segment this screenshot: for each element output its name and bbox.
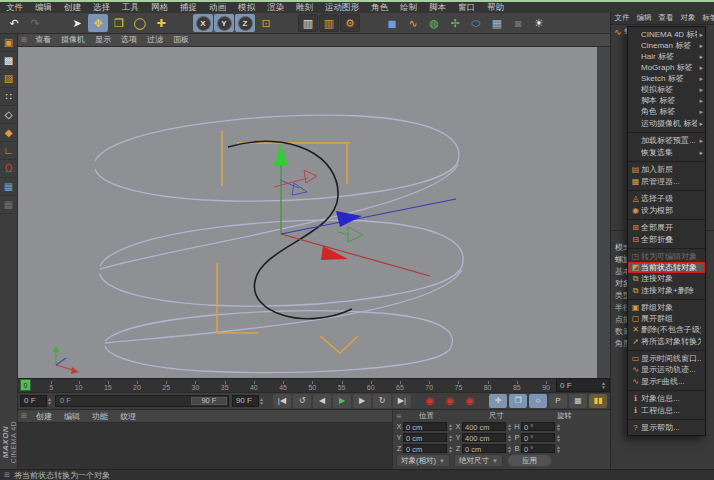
viewport-menu-item[interactable]: 显示 xyxy=(90,34,116,46)
autokey-button[interactable]: ◉ xyxy=(441,394,459,408)
context-menu-item[interactable]: MoGraph 标签 ▸ xyxy=(628,62,705,73)
size-field[interactable]: 400 cm xyxy=(462,433,506,442)
viewport-grid-icon[interactable]: ⊞ xyxy=(18,36,30,44)
context-menu-item[interactable]: ⧉ 连接对象+删除 xyxy=(628,284,705,300)
position-stepper[interactable]: ▲▼ xyxy=(447,445,454,453)
context-menu-item[interactable]: ⊞ 全部展开 xyxy=(628,222,705,233)
rotation-stepper[interactable]: ▲▼ xyxy=(555,434,562,442)
viewport-canvas[interactable] xyxy=(18,47,597,378)
context-menu-item[interactable]: ▢ 展开群组 xyxy=(628,313,705,324)
context-menu-item[interactable]: ✕ 删除(不包含子级) xyxy=(628,324,705,335)
menubar-item[interactable]: 编辑 xyxy=(29,2,58,13)
context-menu-item[interactable]: ⧉ 连接对象 xyxy=(628,273,705,284)
locked-workplane-button[interactable]: ▦ xyxy=(0,196,17,214)
prev-frame-button[interactable]: ◀ xyxy=(313,394,331,408)
add-camera-button[interactable]: ◙ xyxy=(508,14,528,32)
viewport-menu-item[interactable]: 查看 xyxy=(30,34,56,46)
menubar-item[interactable]: 网格 xyxy=(145,2,174,13)
context-menu-item[interactable]: ▦ 层管理器... xyxy=(628,175,705,191)
object-manager-menu-item[interactable]: 标签 xyxy=(699,13,714,23)
render-settings-button[interactable]: ⚙ xyxy=(340,14,360,32)
range-end-field[interactable]: 90 F xyxy=(232,395,259,407)
add-deformer-button[interactable]: ✢ xyxy=(445,14,465,32)
keyframe-parameter-toggle[interactable]: P xyxy=(549,394,567,408)
menubar-item[interactable]: 渲染 xyxy=(261,2,290,13)
context-menu-item[interactable]: ℹ 工程信息... xyxy=(628,404,705,420)
undo-button[interactable]: ↶ xyxy=(4,14,24,32)
gap2[interactable] xyxy=(172,14,192,32)
size-field[interactable]: 400 cm xyxy=(462,422,506,431)
small-green-handle[interactable] xyxy=(348,227,363,242)
snap-button[interactable]: Ω xyxy=(0,160,17,178)
position-field[interactable]: 0 cm xyxy=(403,433,447,442)
keyframe-point-level-toggle[interactable]: ▦ xyxy=(569,394,587,408)
polygons-mode-button[interactable]: ◆ xyxy=(0,124,17,142)
size-stepper[interactable]: ▲▼ xyxy=(506,445,513,453)
context-menu-item[interactable]: 加载标签预置... ▸ xyxy=(628,135,705,146)
object-manager-menu-item[interactable]: 查看 xyxy=(655,13,677,23)
current-frame-field[interactable]: 0 F ▲▼ xyxy=(556,378,610,392)
rotation-field[interactable]: 0 ° xyxy=(521,422,555,431)
coordinate-system-button[interactable]: ⊡ xyxy=(256,14,276,32)
context-menu-item[interactable]: 运动摄像机 标签 ▸ xyxy=(628,117,705,133)
live-selection-tool[interactable]: ➤ xyxy=(67,14,87,32)
context-menu-item[interactable]: ∿ 显示运动轨迹... xyxy=(628,364,705,375)
goto-start-button[interactable]: |◀ xyxy=(273,394,291,408)
context-menu-item[interactable]: ◩ 当前状态转对象 xyxy=(628,262,705,273)
coordinate-mode-dropdown[interactable]: 对象(相对)▼ xyxy=(396,454,450,467)
rotation-field[interactable]: 0 ° xyxy=(521,444,555,453)
add-subdivision-surface-button[interactable]: ◍ xyxy=(424,14,444,32)
keyframe-scale-toggle[interactable]: ❐ xyxy=(509,394,527,408)
menubar-item[interactable]: 捕捉 xyxy=(174,2,203,13)
size-stepper[interactable]: ▲▼ xyxy=(506,434,513,442)
timeline-ruler[interactable]: 051015202530354045505560657075808590 xyxy=(18,378,556,392)
gap1[interactable] xyxy=(46,14,66,32)
rotation-stepper[interactable]: ▲▼ xyxy=(555,423,562,431)
last-tool[interactable]: ✚ xyxy=(151,14,171,32)
range-end-handle[interactable]: 90 F xyxy=(191,397,227,405)
apply-button[interactable]: 应用 xyxy=(507,454,552,467)
material-list-area[interactable] xyxy=(18,423,392,469)
size-mode-dropdown[interactable]: 绝对尺寸▼ xyxy=(454,454,503,467)
range-start-stepper[interactable]: ▲▼ xyxy=(47,397,52,405)
edges-mode-button[interactable]: ◇ xyxy=(0,106,17,124)
gap3[interactable] xyxy=(277,14,297,32)
menubar-item[interactable]: 文件 xyxy=(0,2,29,13)
context-menu-item[interactable]: ℹ 对象信息... xyxy=(628,393,705,404)
move-tool[interactable]: ✥ xyxy=(88,14,108,32)
render-view-button[interactable]: ▥ xyxy=(298,14,318,32)
lock-z-axis-button[interactable]: Z xyxy=(235,14,255,32)
preview-range-slider[interactable]: 0 F 90 F xyxy=(55,395,229,407)
add-floor-button[interactable]: ▦ xyxy=(487,14,507,32)
menubar-item[interactable]: 动画 xyxy=(203,2,232,13)
context-menu-item[interactable]: ▣ 群组对象 xyxy=(628,302,705,313)
viewport-menu-item[interactable]: 过滤 xyxy=(142,34,168,46)
viewport-menu-item[interactable]: 摄像机 xyxy=(56,34,90,46)
lock-y-axis-button[interactable]: Y xyxy=(214,14,234,32)
selected-spline[interactable] xyxy=(228,141,352,318)
uv-mode-button[interactable]: ▨ xyxy=(0,70,17,88)
object-manager-menu-item[interactable]: 文件 xyxy=(611,13,633,23)
redo-button[interactable]: ↷ xyxy=(25,14,45,32)
keyframe-rotation-toggle[interactable]: ○ xyxy=(529,394,547,408)
rotate-tool[interactable]: ◯ xyxy=(130,14,150,32)
solo-toggle[interactable]: ▮▮ xyxy=(589,394,607,408)
size-field[interactable]: 0 cm xyxy=(462,444,506,453)
context-menu-item[interactable]: ∿ 显示F曲线... xyxy=(628,375,705,391)
frame-stepper[interactable]: ▲▼ xyxy=(601,381,606,389)
goto-end-button[interactable]: ▶| xyxy=(393,394,411,408)
context-menu-item[interactable]: ◉ 设为根部 xyxy=(628,204,705,220)
material-menu-item[interactable]: 纹理 xyxy=(114,411,142,422)
menubar-item[interactable]: 模拟 xyxy=(232,2,261,13)
size-stepper[interactable]: ▲▼ xyxy=(506,423,513,431)
menubar-item[interactable]: 工具 xyxy=(116,2,145,13)
context-menu-item[interactable]: CINEMA 4D 标签 ▸ xyxy=(628,29,705,40)
context-menu-item[interactable]: ▭ 显示时间线窗口... xyxy=(628,353,705,364)
lock-x-axis-button[interactable]: X xyxy=(193,14,213,32)
menubar-item[interactable]: 帮助 xyxy=(481,2,510,13)
context-menu-item[interactable]: 恢复选集 ▸ xyxy=(628,146,705,162)
gap4[interactable] xyxy=(361,14,381,32)
scale-tool[interactable]: ❐ xyxy=(109,14,129,32)
z-axis-arrow[interactable] xyxy=(321,246,348,260)
model-mode-button[interactable]: ▣ xyxy=(0,34,17,52)
